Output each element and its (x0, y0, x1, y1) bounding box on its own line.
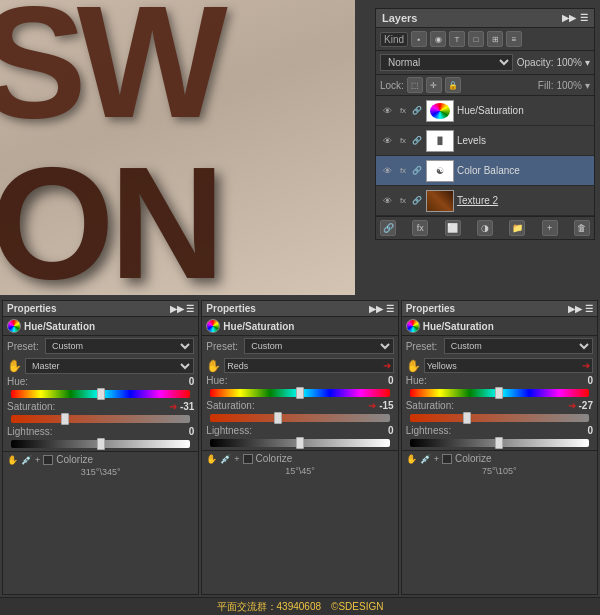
colorize-check-3[interactable] (442, 454, 452, 464)
channel-row-1: ✋ Master (3, 356, 198, 376)
sat-slider-1[interactable] (3, 412, 198, 426)
hue-track-2[interactable] (210, 389, 389, 397)
eyedropper-1[interactable]: 💉 (21, 455, 32, 465)
hue-slider-2[interactable] (202, 386, 397, 400)
prop-footer-1: ✋ 💉 + Colorize (3, 451, 198, 467)
new-btn[interactable]: + (542, 220, 558, 236)
prop-header-controls-1[interactable]: ▶▶ ☰ (170, 304, 195, 314)
light-thumb-1[interactable] (97, 438, 105, 450)
bottom-brand: ©SDESIGN (331, 601, 383, 612)
kind-more-btn[interactable]: ≡ (506, 31, 522, 47)
menu-icon[interactable]: ☰ (580, 13, 588, 23)
hand-s-1[interactable]: ✋ (7, 455, 18, 465)
prop-header-controls-3[interactable]: ▶▶ ☰ (568, 304, 593, 314)
kind-adj-btn[interactable]: ◉ (430, 31, 446, 47)
light-track-1[interactable] (11, 440, 190, 448)
eye-icon-hue[interactable]: 👁 (380, 104, 394, 118)
colorize-check-1[interactable] (43, 455, 53, 465)
expand-icon[interactable]: ▶▶ (562, 13, 576, 23)
sat-slider-3[interactable] (402, 411, 597, 425)
blend-mode-select[interactable]: Normal (380, 54, 513, 71)
adj-btn[interactable]: ◑ (477, 220, 493, 236)
preset-select-2[interactable]: Custom (244, 338, 393, 354)
preset-select-1[interactable]: Custom (45, 338, 194, 354)
hue-slider-3[interactable] (402, 386, 597, 400)
eyedropper-2[interactable]: 💉 (220, 454, 231, 464)
group-btn[interactable]: 📁 (509, 220, 525, 236)
sat-track-1[interactable] (11, 415, 190, 423)
preset-row-1: Preset: Custom (3, 336, 198, 356)
colorize-label-3: Colorize (455, 453, 492, 464)
light-slider-1[interactable] (3, 437, 198, 451)
channel-select-1[interactable]: Master (25, 358, 194, 374)
preset-row-3: Preset: Custom (402, 336, 597, 356)
hue-thumb-3[interactable] (495, 387, 503, 399)
hand-icon-2[interactable]: ✋ (206, 359, 221, 373)
link-btn[interactable]: 🔗 (380, 220, 396, 236)
light-slider-3[interactable] (402, 436, 597, 450)
layer-levels[interactable]: 👁 fx 🔗 ▐▌ Levels (376, 126, 594, 156)
prop-title-row-3: Hue/Saturation (402, 317, 597, 336)
opacity-value[interactable]: 100% (556, 57, 582, 68)
hue-value-2: 0 (388, 375, 394, 386)
sat-track-2[interactable] (210, 414, 389, 422)
hue-track-1[interactable] (11, 390, 190, 398)
light-label-1: Lightness: (7, 426, 53, 437)
prop-panel-master: Properties ▶▶ ☰ Hue/Saturation Preset: C… (2, 300, 199, 595)
prop-header-1: Properties ▶▶ ☰ (3, 301, 198, 317)
sat-red-arrow-1: ➜ (169, 401, 177, 412)
levels-thumb: ▐▌ (426, 130, 454, 152)
eye-icon-tex[interactable]: 👁 (380, 194, 394, 208)
colorize-row-3: ✋ 💉 + Colorize (406, 453, 492, 464)
kind-smart-btn[interactable]: ⊞ (487, 31, 503, 47)
lock-pixel-btn[interactable]: ⬚ (407, 77, 423, 93)
eye-icon-cb[interactable]: 👁 (380, 164, 394, 178)
sat-red-arrow-2: ➜ (368, 400, 376, 411)
kind-pixel-btn[interactable]: ▪ (411, 31, 427, 47)
hand-s-3[interactable]: ✋ (406, 454, 417, 464)
layer-texture2[interactable]: 👁 fx 🔗 Texture 2 (376, 186, 594, 216)
sat-thumb-3[interactable] (463, 412, 471, 424)
eyedropper-plus-1[interactable]: + (35, 455, 40, 465)
eyedropper-3[interactable]: 💉 (420, 454, 431, 464)
light-track-2[interactable] (210, 439, 389, 447)
hand-s-2[interactable]: ✋ (206, 454, 217, 464)
layer-hue-saturation[interactable]: 👁 fx 🔗 Hue/Saturation (376, 96, 594, 126)
fill-label: Fill: (538, 80, 554, 91)
preset-select-3[interactable]: Custom (444, 338, 593, 354)
layer-color-balance[interactable]: 👁 fx 🔗 ☯ Color Balance (376, 156, 594, 186)
fx-icon-tex: fx (397, 195, 409, 207)
hue-label-row-3: Hue: 0 (402, 375, 597, 386)
delete-btn[interactable]: 🗑 (574, 220, 590, 236)
fx-btn[interactable]: fx (412, 220, 428, 236)
hue-track-3[interactable] (410, 389, 589, 397)
sat-track-3[interactable] (410, 414, 589, 422)
light-thumb-2[interactable] (296, 437, 304, 449)
opacity-arrow[interactable]: ▾ (585, 57, 590, 68)
mask-btn[interactable]: ⬜ (445, 220, 461, 236)
lock-all-btn[interactable]: 🔒 (445, 77, 461, 93)
sat-thumb-1[interactable] (61, 413, 69, 425)
fill-value[interactable]: 100% (556, 80, 582, 91)
hue-thumb-1[interactable] (97, 388, 105, 400)
hue-slider-1[interactable] (3, 387, 198, 401)
fill-arrow[interactable]: ▾ (585, 80, 590, 91)
light-thumb-3[interactable] (495, 437, 503, 449)
sat-label-row-3: Saturation: ➜ -27 (402, 400, 597, 411)
hand-icon-1[interactable]: ✋ (7, 359, 22, 373)
eyedropper-plus-3[interactable]: + (434, 454, 439, 464)
light-slider-2[interactable] (202, 436, 397, 450)
sat-thumb-2[interactable] (274, 412, 282, 424)
eyedropper-plus-2[interactable]: + (234, 454, 239, 464)
light-track-3[interactable] (410, 439, 589, 447)
kind-shape-btn[interactable]: □ (468, 31, 484, 47)
sat-label-3: Saturation: (406, 400, 454, 411)
eye-icon-levels[interactable]: 👁 (380, 134, 394, 148)
colorize-check-2[interactable] (243, 454, 253, 464)
kind-type-btn[interactable]: T (449, 31, 465, 47)
lock-move-btn[interactable]: ✛ (426, 77, 442, 93)
sat-slider-2[interactable] (202, 411, 397, 425)
hue-thumb-2[interactable] (296, 387, 304, 399)
prop-header-controls-2[interactable]: ▶▶ ☰ (369, 304, 394, 314)
hand-icon-3[interactable]: ✋ (406, 359, 421, 373)
